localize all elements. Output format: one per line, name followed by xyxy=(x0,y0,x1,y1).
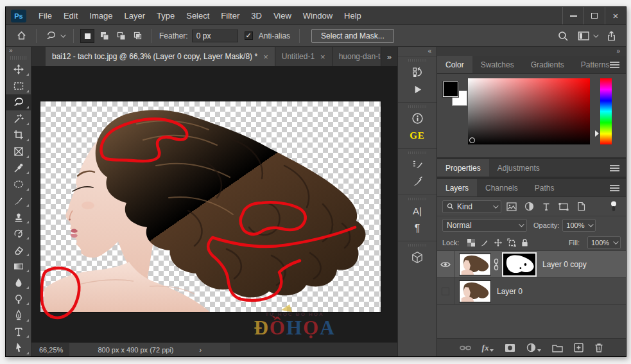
panel-menu-icon[interactable] xyxy=(610,165,619,171)
filter-kind-dropdown[interactable]: Kind xyxy=(442,200,501,213)
menu-help[interactable]: Help xyxy=(338,7,367,24)
menu-select[interactable]: Select xyxy=(180,7,215,24)
filter-smart-objects-button[interactable] xyxy=(574,200,588,213)
brushes-panel-button[interactable] xyxy=(398,173,437,191)
tab-close-icon[interactable]: × xyxy=(320,52,325,62)
fill-field[interactable]: 100% xyxy=(587,236,621,249)
workspace-switcher[interactable] xyxy=(578,31,597,41)
menu-view[interactable]: View xyxy=(268,7,297,24)
layer-row-layer-0[interactable]: Layer 0 xyxy=(437,278,626,305)
add-layer-mask-button[interactable] xyxy=(505,343,515,352)
tool-pen[interactable] xyxy=(6,307,31,324)
menu-3d[interactable]: 3D xyxy=(245,7,268,24)
menu-image[interactable]: Image xyxy=(83,7,118,24)
ge-extension-panel-button[interactable]: GE xyxy=(398,127,437,144)
tool-brush[interactable] xyxy=(6,193,31,209)
document-tab-active[interactable]: bai12 - tach toc.jpg @ 66,3% (Layer 0 co… xyxy=(46,47,275,66)
tab-properties[interactable]: Properties xyxy=(437,159,489,177)
document-info-field[interactable]: 800 px x 490 px (72 ppi) › xyxy=(69,343,230,356)
tab-gradients[interactable]: Gradients xyxy=(523,56,573,73)
color-field-cursor[interactable] xyxy=(469,137,475,143)
select-and-mask-button[interactable]: Select and Mask... xyxy=(311,29,394,43)
menu-window[interactable]: Window xyxy=(297,7,338,24)
layer-style-button[interactable]: fx xyxy=(482,343,494,353)
lock-position-button[interactable] xyxy=(494,238,503,247)
dock-grip[interactable] xyxy=(408,152,426,154)
hue-slider[interactable] xyxy=(600,78,612,144)
panel-menu-icon[interactable] xyxy=(610,185,619,191)
tool-quick-selection[interactable] xyxy=(6,110,31,127)
tab-close-icon[interactable]: × xyxy=(263,52,268,62)
maximize-button[interactable] xyxy=(583,7,605,24)
tool-gradient[interactable] xyxy=(6,258,31,275)
tool-type[interactable] xyxy=(6,324,31,340)
panel-menu-icon[interactable] xyxy=(610,62,619,68)
paragraph-panel-button[interactable]: ¶ xyxy=(398,220,437,237)
lock-artboard-button[interactable] xyxy=(507,238,516,247)
actions-panel-button[interactable] xyxy=(398,81,437,98)
opacity-field[interactable]: 100% xyxy=(562,219,596,232)
layer-mask-thumbnail[interactable] xyxy=(502,252,537,277)
tab-channels[interactable]: Channels xyxy=(477,179,526,196)
tool-rectangular-marquee[interactable] xyxy=(6,78,31,94)
foreground-color-swatch[interactable] xyxy=(443,82,458,97)
search-icon[interactable] xyxy=(557,30,569,42)
selection-mode-subtract-button[interactable] xyxy=(114,29,128,43)
filter-adjustment-layers-button[interactable] xyxy=(522,200,536,213)
layer-name[interactable]: Layer 0 xyxy=(497,287,523,296)
tab-paths[interactable]: Paths xyxy=(526,179,563,196)
filter-type-layers-button[interactable] xyxy=(539,200,553,213)
tool-spot-healing[interactable] xyxy=(6,176,31,193)
dock-grip[interactable] xyxy=(408,244,426,247)
lock-transparency-button[interactable] xyxy=(467,238,476,247)
selection-mode-new-button[interactable] xyxy=(80,29,94,43)
tool-clone-stamp[interactable] xyxy=(6,209,31,225)
history-panel-button[interactable] xyxy=(398,64,437,81)
tool-frame[interactable] xyxy=(6,143,31,160)
character-panel-button[interactable]: A| xyxy=(398,202,437,220)
visibility-toggle[interactable] xyxy=(437,278,454,304)
dock-expand-button[interactable]: « xyxy=(398,47,437,56)
new-group-button[interactable] xyxy=(552,343,563,352)
document-canvas[interactable] xyxy=(31,66,397,356)
selection-mode-intersect-button[interactable] xyxy=(130,29,144,43)
toolbar-grip[interactable] xyxy=(10,56,26,60)
tab-color[interactable]: Color xyxy=(437,56,472,73)
close-button[interactable]: × xyxy=(605,7,626,24)
new-layer-button[interactable] xyxy=(574,343,583,352)
filter-shape-layers-button[interactable] xyxy=(557,200,571,213)
tool-lasso[interactable] xyxy=(6,94,31,111)
tool-move[interactable] xyxy=(6,62,31,78)
tab-overflow-button[interactable]: » xyxy=(381,47,397,66)
panels-collapse-button[interactable]: » xyxy=(437,47,626,56)
selection-mode-add-button[interactable] xyxy=(97,29,111,43)
document-tab-untitled[interactable]: Untitled-1 × xyxy=(275,47,333,66)
tool-eraser[interactable] xyxy=(6,241,31,258)
layer-thumbnail[interactable] xyxy=(459,254,491,275)
visibility-toggle[interactable] xyxy=(437,251,454,277)
menu-edit[interactable]: Edit xyxy=(58,7,83,24)
menu-file[interactable]: File xyxy=(33,7,58,24)
document-tab-huong-dan[interactable]: huong-dan-tach xyxy=(333,47,381,66)
link-layers-button[interactable] xyxy=(460,344,471,352)
lock-all-button[interactable] xyxy=(521,238,529,247)
mask-link-icon[interactable] xyxy=(493,258,499,271)
filter-toggle-pin[interactable] xyxy=(607,200,621,213)
3d-panel-button[interactable] xyxy=(398,248,437,266)
dock-grip[interactable] xyxy=(408,59,426,62)
status-chevron-icon[interactable]: › xyxy=(199,346,202,354)
saturation-brightness-field[interactable] xyxy=(468,78,590,144)
dock-grip[interactable] xyxy=(408,198,426,200)
tab-adjustments[interactable]: Adjustments xyxy=(489,159,548,177)
minimize-button[interactable] xyxy=(562,7,583,24)
toolbar-collapse-button[interactable]: » xyxy=(6,47,31,55)
tool-eyedropper[interactable] xyxy=(6,160,31,177)
info-panel-button[interactable] xyxy=(398,110,437,127)
menu-type[interactable]: Type xyxy=(151,7,180,24)
home-button[interactable] xyxy=(12,25,31,46)
tool-crop[interactable] xyxy=(6,127,31,144)
brush-settings-panel-button[interactable] xyxy=(398,156,437,173)
feather-input[interactable]: 0 px xyxy=(192,30,238,42)
delete-layer-button[interactable] xyxy=(594,343,603,352)
tool-preset-lasso[interactable] xyxy=(42,25,68,46)
